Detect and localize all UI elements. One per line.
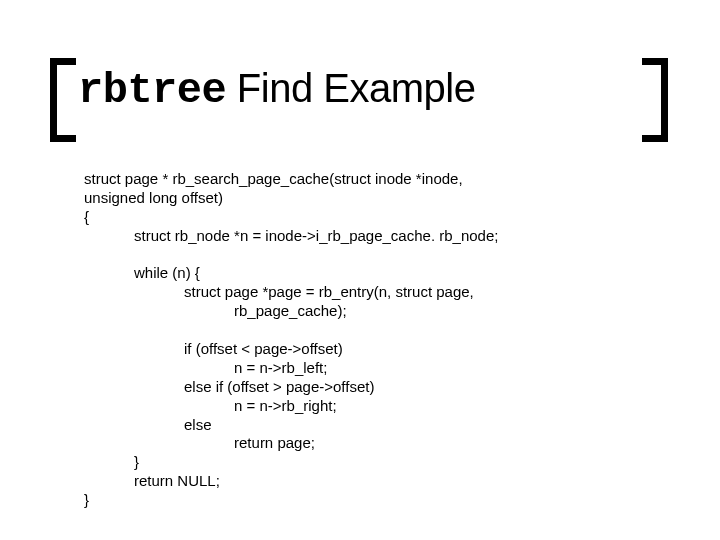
slide-title: rbtree Find Example — [78, 66, 475, 114]
code-block: struct page * rb_search_page_cache(struc… — [84, 170, 660, 510]
code-line: while (n) { — [84, 264, 200, 281]
code-line: n = n->rb_right; — [84, 397, 337, 414]
code-line: struct page * rb_search_page_cache(struc… — [84, 170, 463, 187]
code-line: return page; — [84, 434, 315, 451]
slide: rbtree Find Example struct page * rb_sea… — [0, 0, 720, 540]
title-bracket-left — [50, 58, 76, 142]
code-line: rb_page_cache); — [84, 302, 347, 319]
title-bracket-right — [642, 58, 668, 142]
code-line: n = n->rb_left; — [84, 359, 327, 376]
code-line: return NULL; — [84, 472, 220, 489]
title-mono: rbtree — [78, 67, 226, 115]
code-line: struct rb_node *n = inode->i_rb_page_cac… — [84, 227, 498, 244]
code-line: struct page *page = rb_entry(n, struct p… — [84, 283, 474, 300]
code-line: else — [84, 416, 212, 433]
code-line: else if (offset > page->offset) — [84, 378, 374, 395]
code-line: } — [84, 491, 89, 508]
code-line: unsigned long offset) — [84, 189, 223, 206]
code-line: { — [84, 208, 89, 225]
title-rest: Find Example — [226, 66, 475, 110]
code-line: if (offset < page->offset) — [84, 340, 343, 357]
code-line: } — [84, 453, 139, 470]
